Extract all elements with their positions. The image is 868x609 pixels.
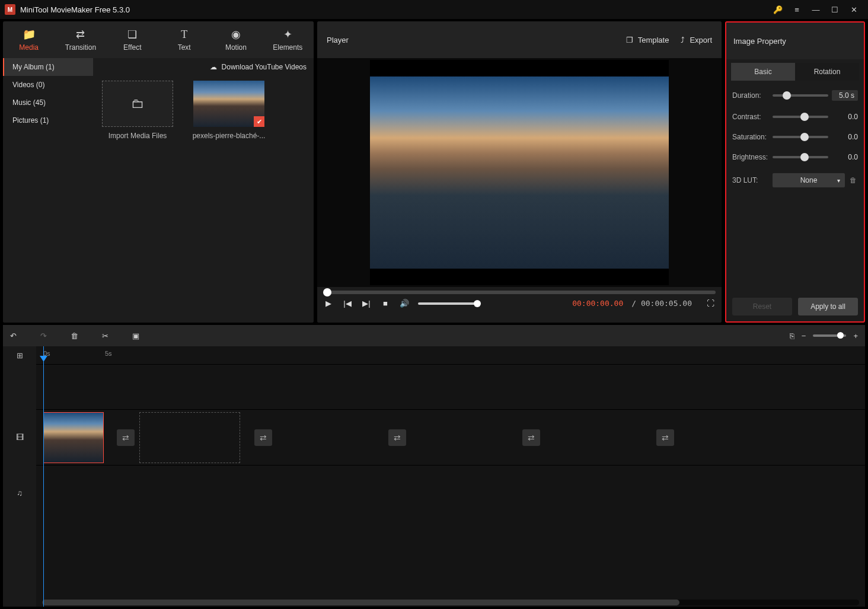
tab-media[interactable]: 📁Media [3, 21, 55, 58]
delete-button[interactable]: 🗑 [71, 331, 78, 340]
zoom-out-button[interactable]: − [802, 331, 806, 340]
preview-image [370, 76, 669, 269]
add-track-button[interactable]: ⊞ [3, 346, 36, 364]
tab-motion[interactable]: ◉Motion [210, 21, 261, 58]
player-panel: Player ❐Template ⤴Export ▶ |◀ ▶| ■ 🔊 00:… [317, 21, 722, 323]
volume-icon[interactable]: 🔊 [399, 299, 410, 308]
stop-button[interactable]: ■ [380, 299, 391, 308]
timeline-scrollbar[interactable] [42, 600, 859, 605]
fit-timeline-icon[interactable]: ⎘ [790, 331, 794, 340]
undo-button[interactable]: ↶ [10, 331, 17, 340]
tab-text-label: Text [178, 43, 191, 52]
saturation-slider[interactable] [773, 136, 828, 138]
app-title: MiniTool MovieMaker Free 5.3.0 [20, 5, 768, 14]
prev-frame-button[interactable]: |◀ [342, 299, 353, 308]
sidebar-item-videos[interactable]: Videos (0) [3, 76, 93, 94]
lut-select[interactable]: None [773, 173, 845, 187]
tab-transition[interactable]: ⇄Transition [55, 21, 106, 58]
brightness-value: 0.0 [832, 153, 858, 161]
download-youtube-label: Download YouTube Videos [222, 63, 307, 71]
sidebar-item-music[interactable]: Music (45) [3, 94, 93, 111]
transition-slot[interactable]: ⇄ [656, 429, 674, 446]
player-title: Player [327, 36, 614, 44]
motion-icon: ◉ [231, 28, 241, 41]
tab-media-label: Media [19, 43, 39, 52]
duration-label: Duration: [732, 91, 769, 100]
zoom-slider[interactable] [813, 334, 846, 337]
video-track-icon: 🎞 [3, 409, 36, 465]
empty-slot[interactable] [139, 412, 240, 463]
transition-slot[interactable]: ⇄ [254, 429, 272, 446]
brightness-slider[interactable] [773, 156, 828, 158]
duration-slider[interactable] [773, 94, 828, 97]
layers-icon: ❐ [626, 36, 633, 44]
media-sidebar: My Album (1) Videos (0) Music (45) Pictu… [3, 58, 93, 323]
media-clip-label: pexels-pierre-blaché-... [193, 132, 266, 140]
media-tabs: 📁Media ⇄Transition ❏Effect TText ◉Motion… [3, 21, 314, 58]
key-icon[interactable]: 🔑 [768, 0, 787, 19]
check-icon: ✔ [254, 116, 264, 127]
brightness-row: Brightness: 0.0 [726, 147, 864, 167]
media-clip-tile[interactable]: ✔ pexels-pierre-blaché-... [190, 81, 267, 140]
crop-button[interactable]: ▣ [132, 331, 139, 340]
video-track[interactable]: ⇄ ⇄ ⇄ ⇄ ⇄ [36, 409, 865, 465]
volume-slider[interactable] [418, 302, 477, 305]
fullscreen-button[interactable]: ⛶ [705, 299, 716, 308]
transition-slot[interactable]: ⇄ [117, 429, 135, 446]
playhead[interactable] [43, 346, 44, 607]
split-button[interactable]: ✂ [102, 331, 108, 340]
tab-rotation[interactable]: Rotation [795, 63, 859, 81]
export-button[interactable]: ⤴Export [681, 36, 712, 44]
tab-basic[interactable]: Basic [731, 63, 795, 81]
import-media-tile[interactable]: 🗀 Import Media Files [99, 81, 176, 140]
reset-button[interactable]: Reset [732, 298, 792, 315]
play-button[interactable]: ▶ [323, 299, 334, 308]
contrast-slider[interactable] [773, 116, 828, 118]
sidebar-item-album[interactable]: My Album (1) [3, 58, 93, 76]
zoom-in-button[interactable]: + [853, 331, 858, 340]
timeline-toolbar: ↶ ↷ 🗑 ✂ ▣ ⎘ − + [3, 325, 865, 346]
seek-slider[interactable] [323, 291, 716, 294]
time-ruler[interactable]: 0s 5s [36, 346, 865, 364]
transition-slot[interactable]: ⇄ [388, 429, 406, 446]
brightness-label: Brightness: [732, 153, 769, 161]
duration-row: Duration: 5.0 s [726, 84, 864, 107]
contrast-label: Contrast: [732, 113, 769, 121]
tab-elements[interactable]: ✦Elements [262, 21, 314, 58]
timeline-clip[interactable] [43, 412, 104, 463]
image-property-title: Image Property [726, 23, 864, 59]
transition-slot[interactable]: ⇄ [522, 429, 540, 446]
minimize-button[interactable]: — [806, 0, 825, 19]
menu-icon[interactable]: ≡ [787, 0, 806, 19]
timeline-body[interactable]: 0s 5s ⇄ ⇄ ⇄ ⇄ ⇄ [36, 346, 865, 607]
transition-icon: ⇄ [76, 28, 85, 41]
download-youtube-link[interactable]: ☁ Download YouTube Videos [93, 58, 314, 76]
sidebar-item-pictures[interactable]: Pictures (1) [3, 111, 93, 129]
duration-value[interactable]: 5.0 s [832, 90, 858, 101]
template-button[interactable]: ❐Template [626, 36, 669, 44]
redo-button[interactable]: ↷ [40, 331, 47, 340]
audio-track[interactable] [36, 465, 865, 521]
total-time: / 00:00:05.00 [631, 299, 692, 308]
close-button[interactable]: ✕ [844, 0, 863, 19]
import-media-label: Import Media Files [108, 132, 167, 140]
maximize-button[interactable]: ☐ [825, 0, 844, 19]
saturation-row: Saturation: 0.0 [726, 127, 864, 147]
timeline: ⊞ 🎞 ♫ 0s 5s ⇄ ⇄ ⇄ ⇄ ⇄ [3, 346, 865, 607]
tab-effect[interactable]: ❏Effect [107, 21, 158, 58]
media-panel: 📁Media ⇄Transition ❏Effect TText ◉Motion… [3, 21, 314, 323]
tab-text[interactable]: TText [158, 21, 210, 58]
apply-all-button[interactable]: Apply to all [798, 298, 858, 315]
audio-track-icon: ♫ [3, 465, 36, 521]
overlay-track[interactable] [36, 364, 865, 409]
tab-effect-label: Effect [123, 43, 141, 52]
tab-motion-label: Motion [225, 43, 247, 52]
image-property-panel: Image Property Basic Rotation Duration: … [725, 21, 865, 323]
title-bar: M MiniTool MovieMaker Free 5.3.0 🔑 ≡ — ☐… [0, 0, 868, 19]
tab-transition-label: Transition [65, 43, 96, 52]
effect-icon: ❏ [127, 28, 137, 41]
folder-icon: 📁 [23, 28, 36, 41]
trash-icon[interactable]: 🗑 [848, 176, 858, 184]
saturation-label: Saturation: [732, 133, 769, 141]
next-frame-button[interactable]: ▶| [361, 299, 372, 308]
